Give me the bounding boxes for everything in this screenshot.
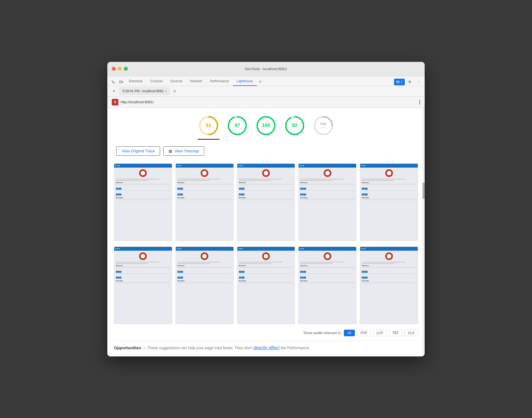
svg-text:92: 92 xyxy=(292,123,297,128)
traffic-lights xyxy=(112,67,128,71)
svg-rect-0 xyxy=(119,81,122,83)
svg-rect-1 xyxy=(122,81,123,83)
address-bar: + 5:28:41 PM - localhost:8081 ▾ ⊘ xyxy=(107,86,425,97)
score-performance[interactable]: 51 xyxy=(198,115,220,140)
svg-text:—: — xyxy=(321,125,326,130)
screenshots-grid-row1: Resources badge 1 badge 2 Next Steps xyxy=(114,163,418,241)
tab-bar: Elements Console Sources Network Perform… xyxy=(107,76,425,86)
tab-sources[interactable]: Sources xyxy=(166,77,186,86)
score-accessibility[interactable]: 97 xyxy=(226,115,248,140)
tab-right-actions: 1 ⚙ ⋮ xyxy=(394,78,422,86)
window-title: DevTools - localhost:8081/ xyxy=(245,67,287,71)
screenshot-thumb-3: Resources badge 1 badge 2 Next Steps xyxy=(237,163,295,241)
address-input[interactable]: 5:28:41 PM - localhost:8081 ▾ xyxy=(119,88,170,95)
screenshot-thumb-6: Resources badge 1 badge 2 Next Steps xyxy=(114,247,172,324)
screenshots-grid-row2: Resources badge 1 badge 2 Next Steps xyxy=(114,247,418,324)
opportunities-section: Opportunities — These suggestions can he… xyxy=(114,341,418,350)
score-circle-svg-100: 100 xyxy=(255,115,277,137)
tab-network[interactable]: Network xyxy=(186,77,206,86)
close-button[interactable] xyxy=(112,67,116,71)
settings-button[interactable]: ⚙ xyxy=(406,78,414,86)
tab-elements[interactable]: Elements xyxy=(125,77,147,86)
buttons-row: View Original Trace ▦ View Treemap xyxy=(114,146,418,156)
menu-button[interactable]: ⋮ xyxy=(415,78,422,86)
score-seo[interactable]: 92 xyxy=(284,115,306,140)
device-icon[interactable] xyxy=(117,78,125,86)
tab-lighthouse[interactable]: Lighthouse xyxy=(233,77,257,86)
filter-cls-button[interactable]: CLS xyxy=(405,330,418,336)
lighthouse-url-header: A http://localhost:8081/ xyxy=(107,97,425,108)
tab-performance[interactable]: Performance xyxy=(206,77,233,86)
view-treemap-button[interactable]: ▦ View Treemap xyxy=(163,146,204,156)
filter-tbt-button[interactable]: TBT xyxy=(389,330,402,336)
filter-all-button[interactable]: All xyxy=(344,330,355,336)
lighthouse-more-button[interactable] xyxy=(419,100,420,104)
screenshot-thumb-1: Resources badge 1 badge 2 Next Steps xyxy=(114,163,172,241)
opportunities-description: These suggestions can help your page loa… xyxy=(147,346,253,350)
notification-button[interactable]: 1 xyxy=(394,79,405,85)
screenshot-thumb-9: Resources badge 1 badge 2 Next Steps xyxy=(298,247,357,324)
minimize-button[interactable] xyxy=(118,67,122,71)
main-content: 51 97 100 xyxy=(107,108,425,356)
opportunities-link[interactable]: directly affect xyxy=(254,345,280,350)
view-trace-button[interactable]: View Original Trace xyxy=(116,146,160,156)
scrollbar-track[interactable] xyxy=(422,108,425,356)
main-content-wrapper: 51 97 100 xyxy=(107,108,425,356)
audit-filters: Show audits relevant to: All FCP LCP TBT… xyxy=(114,330,418,336)
address-chevron-icon: ▾ xyxy=(165,90,167,93)
opportunities-title: Opportunities xyxy=(114,345,141,350)
lighthouse-url: http://localhost:8081/ xyxy=(121,100,417,104)
score-circle-svg: 51 xyxy=(198,115,220,137)
score-circle-svg-pwa: PWA — xyxy=(312,115,334,137)
filter-fcp-button[interactable]: FCP xyxy=(357,330,371,336)
score-circle-svg-97: 97 xyxy=(226,115,248,137)
audit-filters-label: Show audits relevant to: xyxy=(304,331,342,335)
screenshot-thumb-4: Resources badge 1 badge 2 Next Steps xyxy=(298,163,357,241)
scrollbar-thumb[interactable] xyxy=(422,182,425,199)
svg-text:51: 51 xyxy=(206,123,211,128)
opportunities-separator: — xyxy=(142,346,147,350)
filter-lcp-button[interactable]: LCP xyxy=(373,330,387,336)
active-score-indicator xyxy=(198,139,220,140)
score-circle-svg-92: 92 xyxy=(284,115,306,137)
screenshot-thumb-2: Resources badge 1 badge 2 Next Steps xyxy=(175,163,234,241)
block-icon[interactable]: ⊘ xyxy=(172,88,177,94)
svg-text:97: 97 xyxy=(235,123,240,128)
screenshot-thumb-7: Resources badge 1 badge 2 Next Steps xyxy=(175,247,234,324)
screenshot-thumb-10: Resources badge 1 badge 2 Next Steps xyxy=(360,247,418,324)
titlebar: DevTools - localhost:8081/ xyxy=(107,62,425,76)
devtools-window: DevTools - localhost:8081/ Elements Cons… xyxy=(107,62,425,356)
scores-row: 51 97 100 xyxy=(114,115,418,140)
screenshot-thumb-8: Resources badge 1 badge 2 Next Steps xyxy=(237,247,295,324)
tab-console[interactable]: Console xyxy=(147,77,166,86)
lighthouse-favicon: A xyxy=(112,99,118,105)
add-tab-button[interactable]: + xyxy=(111,88,117,94)
more-tabs-button[interactable]: » xyxy=(257,77,264,86)
screenshot-thumb-5: Resources badge 1 badge 2 Next Steps xyxy=(360,163,418,241)
maximize-button[interactable] xyxy=(124,67,128,71)
score-pwa[interactable]: PWA — xyxy=(312,115,334,140)
score-best-practices[interactable]: 100 xyxy=(255,115,277,140)
treemap-icon: ▦ xyxy=(169,149,172,153)
opportunities-description-end: the Performance xyxy=(281,346,309,350)
svg-text:100: 100 xyxy=(262,123,270,128)
inspect-icon[interactable] xyxy=(110,78,117,86)
